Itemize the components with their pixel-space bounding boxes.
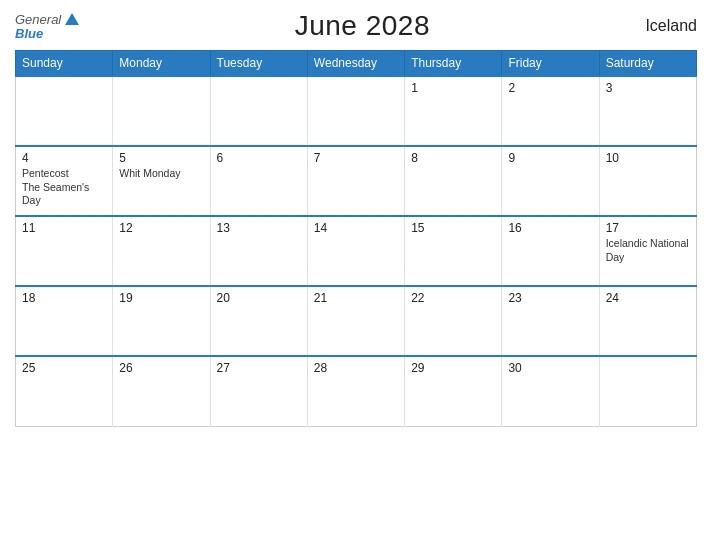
- day-of-week-header: Thursday: [405, 51, 502, 77]
- calendar-day-cell: 12: [113, 216, 210, 286]
- day-number: 9: [508, 151, 592, 165]
- logo: General Blue: [15, 13, 79, 40]
- calendar-day-cell: 17Icelandic National Day: [599, 216, 696, 286]
- calendar-week-row: 123: [16, 76, 697, 146]
- calendar-day-cell: 14: [307, 216, 404, 286]
- day-number: 26: [119, 361, 203, 375]
- calendar-week-row: 252627282930: [16, 356, 697, 426]
- calendar-day-cell: 7: [307, 146, 404, 216]
- day-of-week-header: Tuesday: [210, 51, 307, 77]
- calendar-day-cell: 13: [210, 216, 307, 286]
- day-number: 13: [217, 221, 301, 235]
- calendar-day-cell: 28: [307, 356, 404, 426]
- calendar-day-cell: 15: [405, 216, 502, 286]
- calendar-day-cell: [599, 356, 696, 426]
- logo-blue-text: Blue: [15, 27, 43, 40]
- calendar-table: SundayMondayTuesdayWednesdayThursdayFrid…: [15, 50, 697, 427]
- calendar-week-row: 4PentecostThe Seamen's Day5Whit Monday67…: [16, 146, 697, 216]
- day-of-week-header: Friday: [502, 51, 599, 77]
- day-number: 16: [508, 221, 592, 235]
- calendar-day-cell: 2: [502, 76, 599, 146]
- calendar-day-cell: [16, 76, 113, 146]
- calendar-day-cell: 20: [210, 286, 307, 356]
- day-number: 11: [22, 221, 106, 235]
- day-number: 1: [411, 81, 495, 95]
- day-number: 2: [508, 81, 592, 95]
- day-number: 27: [217, 361, 301, 375]
- calendar-day-cell: 6: [210, 146, 307, 216]
- day-number: 10: [606, 151, 690, 165]
- page-header: General Blue June 2028 Iceland: [15, 10, 697, 42]
- day-of-week-header: Monday: [113, 51, 210, 77]
- day-number: 7: [314, 151, 398, 165]
- calendar-day-cell: 24: [599, 286, 696, 356]
- calendar-day-cell: 22: [405, 286, 502, 356]
- calendar-day-cell: 8: [405, 146, 502, 216]
- day-number: 24: [606, 291, 690, 305]
- day-of-week-header: Sunday: [16, 51, 113, 77]
- calendar-day-cell: [307, 76, 404, 146]
- day-number: 29: [411, 361, 495, 375]
- calendar-day-cell: 5Whit Monday: [113, 146, 210, 216]
- day-number: 18: [22, 291, 106, 305]
- logo-general-text: General: [15, 13, 61, 26]
- calendar-day-cell: 23: [502, 286, 599, 356]
- day-number: 6: [217, 151, 301, 165]
- calendar-event: Whit Monday: [119, 167, 203, 181]
- day-number: 22: [411, 291, 495, 305]
- day-number: 14: [314, 221, 398, 235]
- calendar-event: The Seamen's Day: [22, 181, 106, 208]
- calendar-day-cell: 30: [502, 356, 599, 426]
- calendar-week-row: 11121314151617Icelandic National Day: [16, 216, 697, 286]
- day-number: 8: [411, 151, 495, 165]
- calendar-day-cell: [210, 76, 307, 146]
- calendar-header-row: SundayMondayTuesdayWednesdayThursdayFrid…: [16, 51, 697, 77]
- day-of-week-header: Saturday: [599, 51, 696, 77]
- calendar-day-cell: [113, 76, 210, 146]
- day-number: 30: [508, 361, 592, 375]
- calendar-day-cell: 27: [210, 356, 307, 426]
- calendar-day-cell: 18: [16, 286, 113, 356]
- calendar-event: Pentecost: [22, 167, 106, 181]
- calendar-day-cell: 19: [113, 286, 210, 356]
- calendar-title: June 2028: [295, 10, 430, 42]
- calendar-day-cell: 16: [502, 216, 599, 286]
- day-number: 17: [606, 221, 690, 235]
- day-number: 15: [411, 221, 495, 235]
- calendar-event: Icelandic National Day: [606, 237, 690, 264]
- day-number: 3: [606, 81, 690, 95]
- country-name: Iceland: [645, 17, 697, 35]
- calendar-day-cell: 4PentecostThe Seamen's Day: [16, 146, 113, 216]
- calendar-day-cell: 11: [16, 216, 113, 286]
- day-number: 20: [217, 291, 301, 305]
- calendar-day-cell: 9: [502, 146, 599, 216]
- day-number: 12: [119, 221, 203, 235]
- logo-triangle-icon: [65, 13, 79, 25]
- calendar-day-cell: 1: [405, 76, 502, 146]
- day-number: 21: [314, 291, 398, 305]
- calendar-day-cell: 3: [599, 76, 696, 146]
- day-number: 5: [119, 151, 203, 165]
- day-of-week-header: Wednesday: [307, 51, 404, 77]
- calendar-day-cell: 29: [405, 356, 502, 426]
- calendar-day-cell: 21: [307, 286, 404, 356]
- day-number: 4: [22, 151, 106, 165]
- day-number: 23: [508, 291, 592, 305]
- calendar-day-cell: 10: [599, 146, 696, 216]
- calendar-day-cell: 26: [113, 356, 210, 426]
- calendar-day-cell: 25: [16, 356, 113, 426]
- day-number: 19: [119, 291, 203, 305]
- day-number: 28: [314, 361, 398, 375]
- day-number: 25: [22, 361, 106, 375]
- calendar-week-row: 18192021222324: [16, 286, 697, 356]
